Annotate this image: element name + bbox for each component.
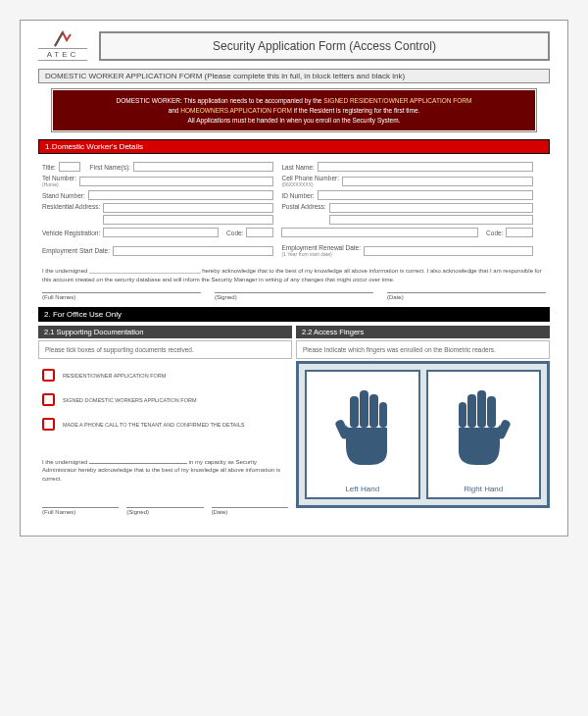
input-id[interactable] — [318, 190, 534, 200]
signature-row-1: (Full Names) (Signed) (Date) — [38, 289, 550, 303]
ack2-blank[interactable] — [89, 463, 187, 464]
input-first-name[interactable] — [133, 162, 274, 172]
svg-rect-2 — [369, 394, 378, 428]
check-label-2: SIGNED DOMESTIC WORKERS APPLICATION FORM — [63, 397, 197, 403]
svg-rect-3 — [379, 402, 387, 428]
check-item-2: SIGNED DOMESTIC WORKERS APPLICATION FORM — [42, 393, 288, 406]
instr-22: Please Indicate which fingers was enroll… — [296, 340, 550, 359]
section-22-header: 2.2 Access Fingers — [296, 326, 550, 338]
svg-rect-1 — [360, 390, 368, 428]
header: ATEC Security Application Form (Access C… — [38, 30, 550, 61]
input-cell[interactable] — [342, 177, 533, 186]
left-hand-box[interactable]: Left Hand — [305, 370, 420, 499]
input-vehicle[interactable] — [103, 228, 219, 237]
right-hand-icon — [449, 376, 517, 481]
notice-text: and — [169, 107, 181, 114]
label-tel: Tel Number: — [42, 175, 76, 181]
hands-box: Left Hand Right Hand — [296, 361, 550, 508]
instr-21: Please tick boxes of supporting document… — [38, 340, 292, 359]
input-postal-1[interactable] — [329, 203, 534, 213]
notice-box: DOMESTIC WORKER: This application needs … — [52, 89, 536, 131]
input-emp-start[interactable] — [113, 246, 273, 256]
form-page: ATEC Security Application Form (Access C… — [20, 20, 568, 537]
sig-signed[interactable]: (Signed) — [215, 292, 373, 300]
section-2-header: 2. For Office Use Only — [38, 307, 550, 322]
left-hand-icon — [328, 376, 397, 481]
input-tel[interactable] — [79, 177, 273, 186]
svg-rect-0 — [350, 396, 359, 428]
label-id: ID Number: — [281, 192, 314, 199]
label-postal: Postal Address: — [281, 203, 325, 210]
sig-full-names[interactable]: (Full Names) — [42, 292, 201, 300]
section-21-header: 2.1 Supporting Documentation — [38, 326, 292, 338]
label-vehicle: Vehicle Registration: — [42, 230, 100, 236]
check-label-3: MADE A PHONE CALL TO THE TENANT AND CONF… — [63, 422, 245, 428]
col-supporting-docs: 2.1 Supporting Documentation Please tick… — [38, 326, 292, 518]
input-resaddr-2[interactable] — [103, 215, 273, 225]
acknowledgment-1: I the undersigned ______________________… — [38, 263, 550, 289]
acknowledgment-2: I the undersigned in my capacity as Secu… — [38, 448, 292, 488]
input-extra[interactable] — [281, 228, 478, 237]
label-code2: Code: — [486, 230, 503, 236]
notice-text: All Applications must be handed in when … — [188, 117, 401, 124]
label-title: Title: — [42, 164, 56, 171]
logo-text: ATEC — [38, 48, 87, 61]
logo-icon — [51, 30, 74, 48]
svg-rect-8 — [459, 402, 466, 428]
input-title[interactable] — [59, 162, 80, 172]
notice-text: if the Resident is registering for the f… — [292, 107, 419, 114]
signature-row-2: (Full Names) (Signed) (Date) — [38, 504, 292, 518]
svg-rect-6 — [477, 390, 486, 428]
label-emp-renew-sub: (1 Year from start date) — [281, 251, 361, 257]
page-title: Security Application Form (Access Contro… — [99, 31, 550, 61]
input-postal-2[interactable] — [329, 215, 534, 225]
logo: ATEC — [38, 30, 87, 61]
label-first: First Name(s): — [90, 164, 130, 171]
input-code-2[interactable] — [506, 228, 533, 237]
input-resaddr-1[interactable] — [103, 203, 273, 213]
checkbox-3[interactable] — [42, 418, 55, 431]
right-hand-box[interactable]: Right Hand — [426, 370, 542, 499]
sig2-signed[interactable]: (Signed) — [126, 507, 203, 515]
label-resaddr: Residential Address: — [42, 203, 100, 210]
check-item-3: MADE A PHONE CALL TO THE TENANT AND CONF… — [42, 418, 288, 431]
input-code-1[interactable] — [246, 228, 273, 237]
check-label-1: RESIDENT/OWNER APPLICATION FORM — [63, 373, 166, 379]
checkbox-list: RESIDENT/OWNER APPLICATION FORM SIGNED D… — [38, 359, 292, 448]
check-item-1: RESIDENT/OWNER APPLICATION FORM — [42, 369, 288, 382]
col-access-fingers: 2.2 Access Fingers Please Indicate which… — [296, 326, 550, 518]
label-last: Last Name: — [281, 164, 314, 171]
input-emp-renew[interactable] — [364, 246, 533, 256]
checkbox-2[interactable] — [42, 393, 55, 406]
input-last-name[interactable] — [318, 162, 534, 172]
label-emp-start: Employment Start Date: — [42, 247, 110, 254]
ack2-text: I the undersigned — [42, 459, 89, 465]
section-2-body: 2.1 Supporting Documentation Please tick… — [38, 326, 550, 518]
checkbox-1[interactable] — [42, 369, 55, 382]
label-stand: Stand Number: — [42, 192, 85, 199]
label-cell-sub: (06XXXXXXX) — [281, 181, 339, 187]
notice-highlight: SIGNED RESIDENT/OWNER APPLICATION FORM — [323, 97, 471, 104]
label-cell: Cell Phone Number: — [281, 175, 339, 181]
left-hand-label: Left Hand — [345, 485, 379, 493]
input-stand[interactable] — [88, 190, 274, 200]
svg-rect-5 — [487, 396, 496, 428]
form-heading: DOMESTIC WORKER APPLICATION FORM (Please… — [38, 69, 550, 83]
label-emp-renew: Employment Renewal Date: — [281, 244, 361, 251]
details-fields: Title: First Name(s): Last Name: Tel Num… — [38, 162, 550, 263]
right-hand-label: Right Hand — [464, 485, 503, 493]
notice-text: DOMESTIC WORKER: This application needs … — [117, 97, 324, 104]
svg-rect-7 — [467, 394, 476, 428]
label-tel-sub: (Home) — [42, 181, 76, 187]
section-1-header: 1.Domestic Worker's Details — [38, 139, 550, 154]
sig-date[interactable]: (Date) — [387, 292, 546, 300]
sig2-full-names[interactable]: (Full Names) — [42, 507, 119, 515]
label-code: Code: — [226, 230, 243, 236]
notice-highlight: HOMEOWNERS APPLICATION FORM — [180, 107, 292, 114]
sig2-date[interactable]: (Date) — [212, 507, 288, 515]
